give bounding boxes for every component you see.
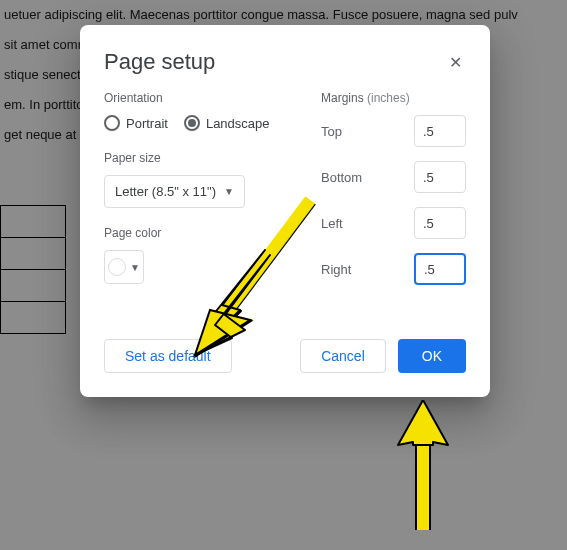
chevron-down-icon: ▼ [224,186,234,197]
cancel-button[interactable]: Cancel [300,339,386,373]
radio-icon [184,115,200,131]
paper-size-dropdown[interactable]: Letter (8.5" x 11") ▼ [104,175,245,208]
page-color-label: Page color [104,226,301,240]
ok-button[interactable]: OK [398,339,466,373]
orientation-portrait-radio[interactable]: Portrait [104,115,168,131]
dialog-title: Page setup [104,49,215,75]
margin-top-label: Top [321,124,342,139]
margin-right-label: Right [321,262,351,277]
margin-bottom-input[interactable] [414,161,466,193]
margin-top-input[interactable] [414,115,466,147]
page-setup-dialog: Page setup ✕ Orientation Portrait Landsc… [80,25,490,397]
margin-bottom-label: Bottom [321,170,362,185]
orientation-label: Orientation [104,91,301,105]
margin-right-input[interactable] [414,253,466,285]
margins-label: Margins (inches) [321,91,466,105]
close-icon: ✕ [449,54,462,71]
chevron-down-icon: ▼ [130,262,140,273]
margin-left-input[interactable] [414,207,466,239]
orientation-landscape-radio[interactable]: Landscape [184,115,270,131]
paper-size-label: Paper size [104,151,301,165]
margins-unit-hint: (inches) [367,91,410,105]
margin-left-label: Left [321,216,343,231]
page-color-dropdown[interactable]: ▼ [104,250,144,284]
radio-icon [104,115,120,131]
orientation-portrait-label: Portrait [126,116,168,131]
close-button[interactable]: ✕ [445,49,466,76]
set-as-default-button[interactable]: Set as default [104,339,232,373]
color-swatch-icon [108,258,126,276]
orientation-landscape-label: Landscape [206,116,270,131]
paper-size-value: Letter (8.5" x 11") [115,184,216,199]
